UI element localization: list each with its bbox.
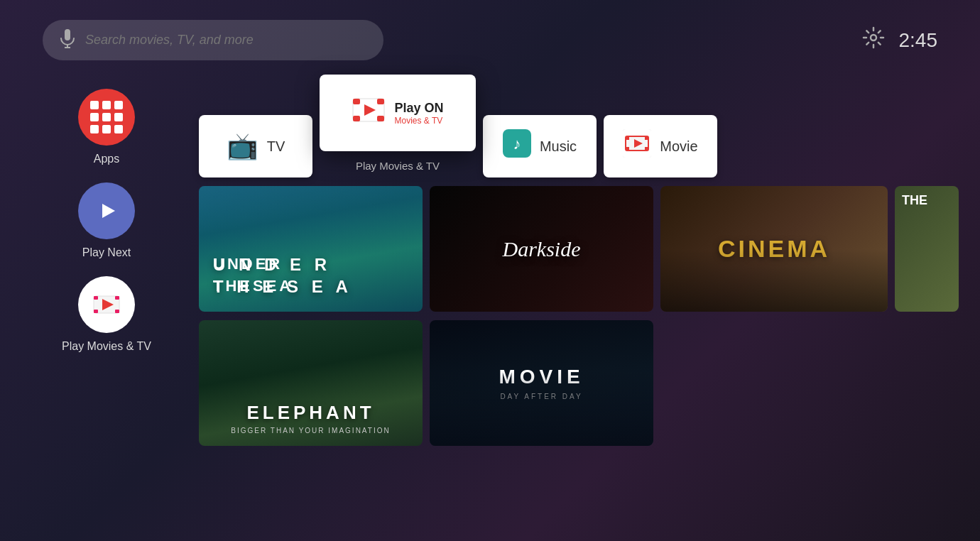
play-next-icon [78,182,135,239]
sidebar: Apps Play Next [28,82,185,446]
media-card-darkside[interactable]: Darkside [430,186,653,312]
music-app-label: Music [540,138,577,155]
play-next-label: Play Next [82,246,131,259]
tv-app-icon: 📺 [227,131,258,161]
svg-rect-24 [626,147,629,151]
app-card-tv[interactable]: 📺 TV [199,115,312,177]
media-card-cinema[interactable]: CINEMA [660,186,888,312]
play-movies-icon [78,276,135,333]
music-app-icon: ♪ [503,129,531,164]
sidebar-item-play-movies[interactable]: Play Movies & TV [62,276,151,353]
app-card-movie[interactable]: Movie [604,115,717,177]
elephant-subtitle: BIGGER THAN YOUR IMAGINATION [231,427,390,435]
svg-rect-8 [115,296,119,300]
media-card-elephant[interactable]: ELEPHANT BIGGER THAN YOUR IMAGINATION [199,320,423,446]
settings-icon[interactable] [862,26,885,54]
elephant-title: ELEPHANT [246,402,374,424]
sidebar-item-play-next[interactable]: Play Next [78,182,135,259]
svg-marker-4 [102,204,115,218]
play-movies-label: Play Movies & TV [62,340,151,353]
content-area: 📺 TV [185,82,980,446]
under-sea-title-line2: T H E S E A [213,275,352,297]
svg-rect-9 [94,310,98,313]
svg-rect-7 [94,296,98,300]
app-card-music[interactable]: ♪ Music [483,115,597,177]
media-card-under-sea[interactable]: U N D E R T H E S E A [199,186,423,312]
apps-label: Apps [94,153,119,165]
svg-rect-0 [65,29,70,40]
play-on-icon [352,93,386,133]
play-on-title: Play ON [394,101,443,116]
sidebar-item-apps[interactable]: Apps [78,89,135,165]
partial-title: THE [902,193,927,208]
svg-rect-23 [645,136,648,140]
svg-rect-13 [377,99,384,104]
movie-app-label: Movie [660,138,697,155]
svg-point-3 [871,35,876,40]
app-tooltip: Play Movies & TV [356,160,440,177]
media-card-partial[interactable]: THE [895,186,959,312]
svg-rect-12 [353,99,360,104]
main-content: Apps Play Next [0,75,980,446]
play-on-subtitle: Movies & TV [394,116,443,126]
header: 2:45 [0,0,980,75]
tv-app-label: TV [267,138,285,155]
media-card-movie-day[interactable]: MOVIE DAY AFTER DAY [430,320,653,446]
svg-rect-14 [353,116,360,121]
svg-text:♪: ♪ [513,135,521,153]
svg-rect-22 [626,136,629,140]
movie-app-icon [623,129,651,164]
svg-rect-15 [377,116,384,121]
media-row-1: U N D E R T H E S E A Darkside CINEMA [199,186,980,312]
darkside-title: Darkside [503,237,581,261]
microphone-icon[interactable] [60,28,75,52]
app-row: 📺 TV [199,82,980,177]
app-card-play-on[interactable]: Play ON Movies & TV [320,75,476,151]
svg-rect-25 [645,147,648,151]
play-on-text: Play ON Movies & TV [394,101,443,126]
apps-icon [78,89,135,146]
header-right: 2:45 [862,26,938,54]
clock: 2:45 [899,29,938,52]
search-input[interactable] [85,33,366,48]
media-row-2: ELEPHANT BIGGER THAN YOUR IMAGINATION MO… [199,320,980,446]
search-bar[interactable] [43,20,383,60]
svg-rect-10 [115,310,119,313]
